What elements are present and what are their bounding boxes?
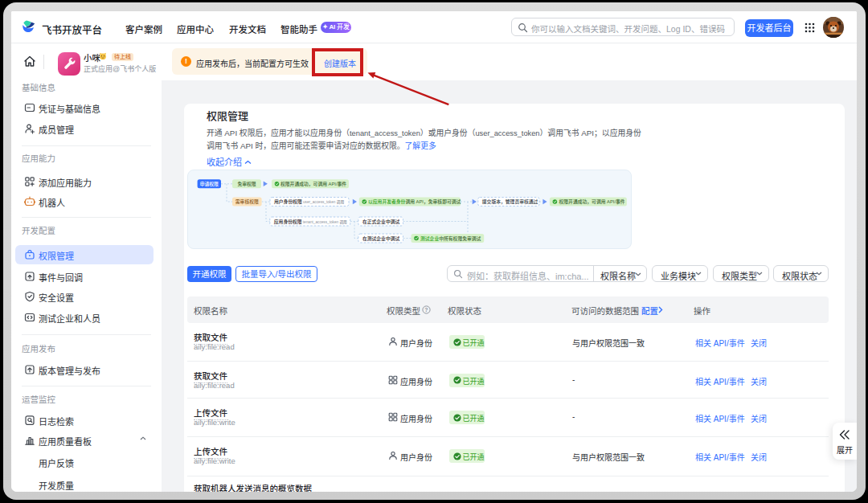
svg-text:tenant_access_token 调用: tenant_access_token 调用 xyxy=(303,219,347,225)
svg-text:权限开通成功，可调用 API/事件: 权限开通成功，可调用 API/事件 xyxy=(559,198,625,205)
svg-text:提交版本，管理员审核通过: 提交版本，管理员审核通过 xyxy=(482,198,538,205)
svg-text:应用身份权限: 应用身份权限 xyxy=(274,219,302,225)
svg-text:user_access_token 调用: user_access_token 调用 xyxy=(303,199,344,205)
svg-text:以应用开发者身份调用 API，免审核即可调试: 以应用开发者身份调用 API，免审核即可调试 xyxy=(368,198,461,205)
svg-text:在正式企业中调试: 在正式企业中调试 xyxy=(362,219,400,225)
svg-text:在测试企业中调试: 在测试企业中调试 xyxy=(362,235,400,242)
svg-text:测试企业中所有权限免审调试: 测试企业中所有权限免审调试 xyxy=(420,235,481,242)
svg-text:免审权限: 免审权限 xyxy=(237,181,256,187)
svg-text:申请权限: 申请权限 xyxy=(200,181,219,187)
svg-text:?: ? xyxy=(424,307,428,313)
svg-text:用户身份权限: 用户身份权限 xyxy=(274,198,302,205)
svg-text:权限开通成功，可调用 API/事件: 权限开通成功，可调用 API/事件 xyxy=(280,181,346,187)
svg-text:需审核权限: 需审核权限 xyxy=(235,198,259,205)
